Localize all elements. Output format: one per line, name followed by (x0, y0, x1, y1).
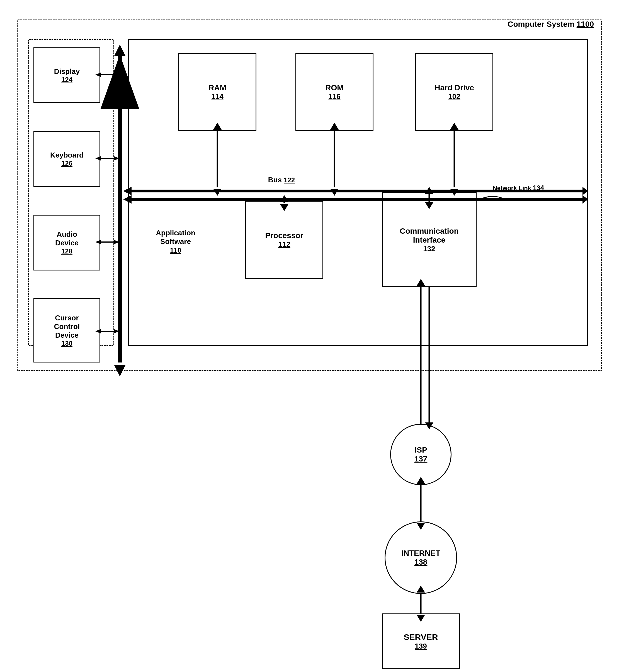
isp-label: ISP (414, 446, 427, 455)
processor-box: Processor 112 (245, 201, 323, 279)
processor-label: Processor (265, 231, 303, 240)
comm-interface-box: CommunicationInterface 132 (382, 192, 477, 287)
harddrive-box: Hard Drive 102 (415, 53, 493, 131)
isp-circle: ISP 137 (390, 424, 452, 485)
harddrive-number: 102 (448, 92, 460, 101)
harddrive-label: Hard Drive (435, 83, 474, 92)
display-box: Display 124 (34, 47, 100, 103)
processor-number: 112 (278, 240, 290, 249)
app-software-label: ApplicationSoftware110 (137, 229, 215, 254)
computer-system-label: Computer System 1100 (506, 20, 596, 29)
cs-number: 100 (581, 20, 594, 28)
cursor-label: CursorControlDevice (54, 314, 80, 340)
internet-number: 138 (414, 558, 428, 567)
comm-interface-label: CommunicationInterface (400, 227, 459, 245)
ram-box: RAM 114 (178, 53, 256, 131)
ram-number: 114 (211, 92, 223, 101)
server-label: SERVER (404, 632, 438, 642)
comm-interface-number: 132 (423, 245, 435, 253)
cursor-box: CursorControlDevice 130 (34, 299, 100, 363)
audio-number: 128 (61, 247, 73, 255)
internet-label: INTERNET (401, 549, 440, 558)
bus-label: Bus 122 (254, 176, 310, 184)
server-number: 139 (415, 642, 427, 651)
display-label: Display (54, 67, 80, 76)
keyboard-box: Keyboard 126 (34, 131, 100, 187)
internet-circle: INTERNET 138 (384, 521, 457, 594)
rom-box: ROM 116 (295, 53, 374, 131)
audio-box: AudioDevice 128 (34, 215, 100, 270)
ram-label: RAM (208, 83, 226, 92)
rom-number: 116 (328, 92, 340, 101)
network-link-label: Network Link 134 (482, 184, 555, 192)
display-number: 124 (61, 76, 73, 84)
cursor-number: 130 (61, 340, 73, 347)
isp-number: 137 (414, 455, 428, 463)
diagram-container: Computer System 1100 Display 124 Keyboar… (11, 11, 624, 664)
keyboard-number: 126 (61, 159, 73, 167)
server-box: SERVER 139 (382, 613, 460, 669)
keyboard-label: Keyboard (50, 151, 84, 159)
audio-label: AudioDevice (55, 230, 79, 247)
rom-label: ROM (325, 83, 343, 92)
